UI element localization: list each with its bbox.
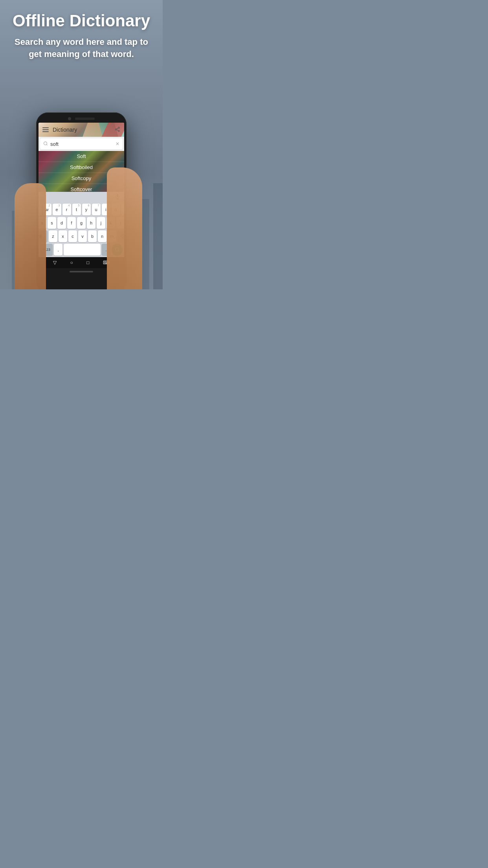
- page-subtitle: Search any word here and tap to get mean…: [8, 36, 155, 61]
- app-bar: Dictionary: [39, 123, 124, 137]
- key-j[interactable]: j: [97, 217, 105, 229]
- phone-mockup: Dictionary soft ✕: [36, 112, 127, 289]
- key-u[interactable]: 7u: [92, 204, 101, 215]
- hand-left: [15, 183, 46, 289]
- svg-point-11: [116, 129, 117, 130]
- share-icon[interactable]: [115, 127, 120, 133]
- key-r[interactable]: 4r: [62, 204, 71, 215]
- recent-button[interactable]: □: [86, 260, 89, 265]
- key-space[interactable]: [64, 244, 101, 256]
- result-item-soft[interactable]: Soft: [39, 151, 124, 162]
- key-h[interactable]: h: [87, 217, 95, 229]
- search-bar[interactable]: soft ✕: [40, 138, 123, 149]
- search-icon: [43, 141, 48, 147]
- key-b[interactable]: b: [88, 230, 97, 242]
- header-section: Offline Dictionary Search any word here …: [0, 12, 163, 61]
- svg-rect-9: [153, 183, 163, 289]
- svg-point-10: [118, 127, 120, 129]
- key-n[interactable]: n: [98, 230, 106, 242]
- app-title: Dictionary: [53, 127, 115, 133]
- key-t[interactable]: 5t: [72, 204, 81, 215]
- menu-line1: [42, 127, 49, 128]
- svg-line-13: [117, 129, 118, 130]
- camera-dot: [68, 117, 71, 120]
- key-e[interactable]: 3e: [53, 204, 61, 215]
- clear-icon[interactable]: ✕: [116, 141, 119, 147]
- search-input[interactable]: soft: [50, 141, 116, 147]
- svg-line-14: [117, 128, 118, 129]
- key-d[interactable]: d: [57, 217, 66, 229]
- key-c[interactable]: c: [68, 230, 77, 242]
- svg-point-12: [118, 130, 120, 132]
- key-y[interactable]: 6y: [82, 204, 91, 215]
- key-s[interactable]: s: [48, 217, 56, 229]
- menu-line3: [42, 131, 49, 132]
- back-button[interactable]: ▽: [53, 260, 57, 265]
- home-button[interactable]: ○: [70, 260, 73, 265]
- key-comma[interactable]: ,: [54, 244, 62, 256]
- key-g[interactable]: g: [77, 217, 86, 229]
- key-x[interactable]: x: [59, 230, 67, 242]
- speaker: [75, 118, 95, 120]
- hand-right: [107, 167, 142, 289]
- page-title: Offline Dictionary: [8, 12, 155, 30]
- menu-button[interactable]: [42, 127, 49, 132]
- menu-line2: [42, 129, 49, 130]
- key-v[interactable]: v: [78, 230, 87, 242]
- phone-top-bar: [39, 117, 124, 120]
- svg-point-15: [44, 142, 47, 145]
- home-indicator: [70, 271, 93, 272]
- key-f[interactable]: f: [67, 217, 76, 229]
- key-z[interactable]: z: [49, 230, 57, 242]
